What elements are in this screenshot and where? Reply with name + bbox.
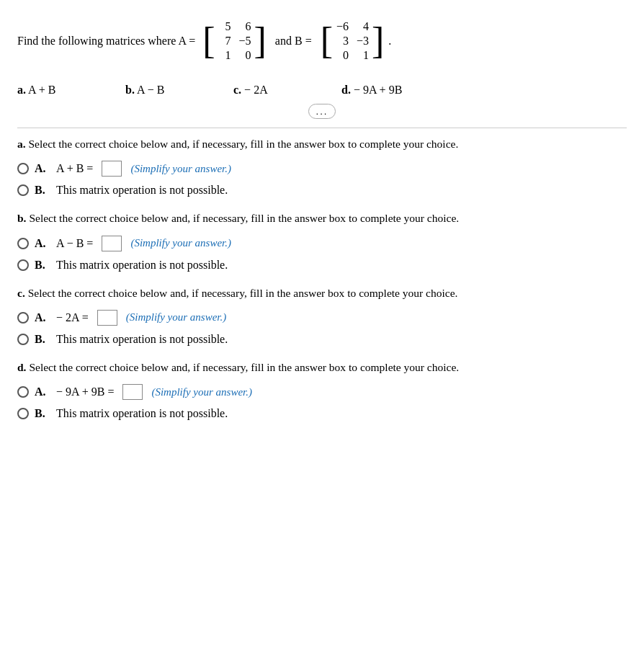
part-c-radio-a[interactable] bbox=[17, 312, 29, 324]
part-c-option-b-row[interactable]: B. This matrix operation is not possible… bbox=[17, 333, 627, 346]
part-b-radio-b[interactable] bbox=[17, 259, 29, 271]
problem-section: Find the following matrices where A = [ … bbox=[17, 12, 627, 75]
part-d-radio-a[interactable] bbox=[17, 386, 29, 398]
part-d-label-b: B. bbox=[35, 407, 50, 420]
part-b-label-b: B. bbox=[35, 259, 50, 272]
part-b-answer-box[interactable] bbox=[102, 236, 122, 251]
bracket-right-b: ] bbox=[372, 22, 384, 60]
b-r2c0: 0 bbox=[336, 49, 349, 62]
part-c-label-b: B. bbox=[35, 333, 50, 346]
part-a-expr-a: A + B = bbox=[56, 162, 93, 175]
label-c: c. − 2A bbox=[233, 84, 341, 97]
bracket-left-b: [ bbox=[321, 22, 333, 60]
part-c-section: c. Select the correct choice below and, … bbox=[17, 285, 627, 346]
b-r1c1: −3 bbox=[356, 35, 369, 48]
part-b-label-a: A. bbox=[35, 237, 50, 250]
a-r1c1: −5 bbox=[238, 35, 251, 48]
part-b-simplify: (Simplify your answer.) bbox=[130, 237, 231, 249]
ellipsis-button[interactable]: ... bbox=[308, 104, 336, 119]
part-a-option-a-row[interactable]: A. A + B = (Simplify your answer.) bbox=[17, 161, 627, 177]
ellipsis-row[interactable]: ... bbox=[17, 104, 627, 119]
period: . bbox=[388, 35, 391, 48]
part-d-not-possible: This matrix operation is not possible. bbox=[56, 407, 228, 420]
part-b-option-a-row[interactable]: A. A − B = (Simplify your answer.) bbox=[17, 236, 627, 251]
b-r1c0: 3 bbox=[336, 35, 349, 48]
part-a-simplify: (Simplify your answer.) bbox=[130, 163, 231, 175]
part-a-answer-box[interactable] bbox=[102, 161, 122, 177]
intro-text: Find the following matrices where A = bbox=[17, 35, 195, 48]
part-a-option-b-row[interactable]: B. This matrix operation is not possible… bbox=[17, 184, 627, 197]
a-r2c0: 1 bbox=[218, 49, 231, 62]
part-a-radio-a[interactable] bbox=[17, 163, 29, 174]
part-d-section: d. Select the correct choice below and, … bbox=[17, 359, 627, 420]
part-a-instruction: a. Select the correct choice below and, … bbox=[17, 135, 627, 152]
part-d-instruction: d. Select the correct choice below and, … bbox=[17, 359, 627, 375]
part-a-label-b: B. bbox=[35, 184, 50, 197]
part-d-answer-box[interactable] bbox=[122, 384, 143, 400]
part-b-radio-a[interactable] bbox=[17, 238, 29, 249]
part-c-simplify: (Simplify your answer.) bbox=[126, 311, 227, 324]
part-b-instruction: b. Select the correct choice below and, … bbox=[17, 210, 627, 226]
a-r0c1: 6 bbox=[238, 20, 251, 33]
b-r0c1: 4 bbox=[356, 20, 369, 33]
part-d-simplify: (Simplify your answer.) bbox=[151, 386, 252, 398]
part-d-radio-b[interactable] bbox=[17, 408, 29, 419]
b-r2c1: 1 bbox=[356, 49, 369, 62]
part-a-radio-b[interactable] bbox=[17, 184, 29, 196]
part-d-expr-a: − 9A + 9B = bbox=[56, 385, 114, 398]
matrix-b-cells: −6 4 3 −3 0 1 bbox=[333, 19, 372, 63]
and-text: and B = bbox=[275, 35, 312, 48]
part-b-option-b-row[interactable]: B. This matrix operation is not possible… bbox=[17, 259, 627, 272]
label-b: b. A − B bbox=[125, 84, 233, 97]
part-b-expr-a: A − B = bbox=[56, 237, 93, 250]
part-c-instruction: c. Select the correct choice below and, … bbox=[17, 285, 627, 301]
bracket-left-a: [ bbox=[202, 22, 215, 60]
part-c-radio-b[interactable] bbox=[17, 334, 29, 345]
a-r0c0: 5 bbox=[218, 20, 231, 33]
part-b-section: b. Select the correct choice below and, … bbox=[17, 210, 627, 271]
divider-top bbox=[17, 128, 627, 128]
matrix-b: [ −6 4 3 −3 0 1 ] bbox=[321, 19, 385, 63]
labels-row: a. A + B b. A − B c. − 2A d. − 9A + 9B bbox=[17, 75, 627, 101]
a-r1c0: 7 bbox=[218, 35, 231, 48]
part-c-label-a: A. bbox=[35, 311, 50, 324]
matrix-a: [ 5 6 7 −5 1 0 ] bbox=[202, 19, 267, 63]
matrix-a-cells: 5 6 7 −5 1 0 bbox=[215, 19, 254, 63]
part-d-label-a: A. bbox=[35, 385, 50, 398]
b-r0c0: −6 bbox=[336, 20, 349, 33]
part-a-section: a. Select the correct choice below and, … bbox=[17, 135, 627, 197]
part-a-label-a: A. bbox=[35, 162, 50, 175]
part-c-not-possible: This matrix operation is not possible. bbox=[56, 333, 228, 346]
part-c-expr-a: − 2A = bbox=[56, 311, 89, 324]
part-a-not-possible: This matrix operation is not possible. bbox=[56, 184, 228, 197]
label-d: d. − 9A + 9B bbox=[341, 84, 450, 97]
part-c-option-a-row[interactable]: A. − 2A = (Simplify your answer.) bbox=[17, 310, 627, 326]
a-r2c1: 0 bbox=[238, 49, 251, 62]
part-d-option-b-row[interactable]: B. This matrix operation is not possible… bbox=[17, 407, 627, 420]
bracket-right-a: ] bbox=[254, 22, 267, 60]
part-c-answer-box[interactable] bbox=[97, 310, 117, 326]
part-d-option-a-row[interactable]: A. − 9A + 9B = (Simplify your answer.) bbox=[17, 384, 627, 400]
label-a: a. A + B bbox=[17, 84, 125, 97]
part-b-not-possible: This matrix operation is not possible. bbox=[56, 259, 228, 272]
